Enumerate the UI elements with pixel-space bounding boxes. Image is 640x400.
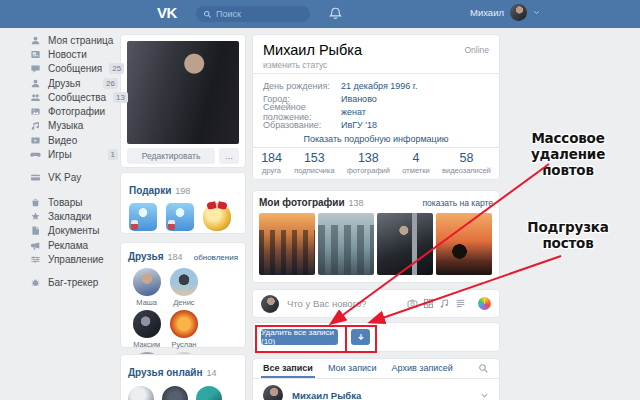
tab-my-posts[interactable]: Мои записи (328, 359, 377, 378)
games-icon (30, 149, 41, 160)
annotation-mass-delete: Массовое удаление повтов (498, 130, 638, 178)
music-icon[interactable] (439, 298, 450, 309)
avatar (133, 268, 161, 296)
gift-bell-icon[interactable] (203, 203, 231, 231)
sidebar-item-documents[interactable]: Документы (30, 224, 118, 238)
photo-thumbnail[interactable] (377, 213, 433, 275)
profile-photo[interactable] (127, 41, 239, 144)
detail-value[interactable]: ИвГУ '18 (341, 120, 377, 130)
sidebar-label: Товары (48, 197, 118, 208)
edit-profile-button[interactable]: Редактировать (127, 148, 215, 164)
tab-all-posts[interactable]: Все записи (263, 359, 313, 378)
sidebar-item-messages[interactable]: Сообщения25 (30, 62, 118, 76)
sidebar-item-market[interactable]: Товары (30, 195, 118, 209)
post-menu-chevron-icon[interactable] (480, 391, 489, 400)
photo-thumbnail[interactable] (318, 213, 374, 275)
profile-icon (30, 35, 41, 46)
friends-online-title[interactable]: Друзья онлайн (128, 367, 203, 378)
counter-followers[interactable]: 153подписчика (294, 151, 334, 175)
change-status-link[interactable]: изменить статус (263, 60, 327, 70)
sidebar-item-photos[interactable]: Фотографии (30, 104, 118, 118)
gifts-title[interactable]: Подарки (129, 185, 171, 196)
avatar[interactable] (196, 386, 222, 400)
friends-online-count: 14 (207, 368, 217, 378)
sidebar-label: Фотографии (48, 106, 118, 117)
friend-item[interactable]: Денис (165, 268, 202, 307)
friends-title[interactable]: Друзья (128, 251, 163, 262)
detail-value[interactable]: женат (341, 107, 366, 117)
sidebar-item-friends[interactable]: Друзья26 (30, 76, 118, 90)
detail-value[interactable]: Иваново (341, 94, 377, 104)
avatar[interactable] (162, 386, 188, 400)
delete-all-posts-button[interactable]: Удалить все записи (10) (261, 329, 338, 345)
sticker-icon[interactable] (478, 297, 491, 310)
topbar-user-menu[interactable]: Михаил (470, 4, 540, 21)
wall-search-icon[interactable] (478, 363, 489, 374)
counter-tags[interactable]: 4отметки (402, 151, 429, 175)
sidebar-item-video[interactable]: Видео (30, 133, 118, 147)
sidebar-item-groups[interactable]: Сообщества13 (30, 90, 118, 104)
vk-logo[interactable]: VK (157, 4, 177, 21)
profile-counters: 184друга 153подписчика 138фотографий 4от… (253, 151, 499, 175)
friends-updates-link[interactable]: обновления (194, 253, 238, 262)
composer-input[interactable]: Что у Вас нового? (287, 298, 407, 309)
news-icon (30, 49, 41, 60)
photo-thumbnail[interactable] (436, 213, 492, 275)
post-author[interactable]: Михаил Рыбка (292, 390, 361, 400)
load-posts-button[interactable] (351, 329, 370, 345)
article-icon[interactable] (455, 298, 466, 309)
avatar[interactable] (128, 386, 154, 400)
sidebar-label: Закладки (48, 211, 118, 222)
wall-post: Михаил Рыбка (253, 379, 499, 400)
sidebar-item-ads[interactable]: Реклама (30, 238, 118, 252)
show-on-map-link[interactable]: показать на карте (423, 198, 493, 208)
my-photos-card: Мои фотографии 138 показать на карте (252, 190, 500, 283)
detail-label: Семейное положение: (263, 102, 341, 122)
vkpay-icon (30, 172, 41, 183)
friend-item[interactable]: Максим (128, 310, 165, 349)
divider (253, 73, 499, 74)
photo-thumbnail[interactable] (259, 213, 315, 275)
counter-friends[interactable]: 184друга (261, 151, 282, 175)
tab-archived-posts[interactable]: Архив записей (392, 359, 453, 378)
camera-icon[interactable] (407, 298, 418, 309)
search-input[interactable]: Поиск (196, 6, 310, 22)
friends-count: 184 (167, 252, 182, 262)
sidebar-label: VK Pay (48, 172, 118, 183)
show-more-info-link[interactable]: Показать подробную информацию (253, 134, 499, 144)
sidebar-item-music[interactable]: Музыка (30, 119, 118, 133)
sidebar-badge: 1 (108, 149, 118, 160)
sidebar-item-bugtracker[interactable]: Баг-трекер (30, 275, 118, 289)
sidebar-item-games[interactable]: Игры1 (30, 147, 118, 161)
sidebar-item-vkpay[interactable]: VK Pay (30, 171, 118, 185)
friend-item[interactable]: Маша (128, 268, 165, 307)
avatar (133, 310, 161, 338)
sidebar-label: Баг-трекер (48, 277, 118, 288)
annotation-load-posts: Подгрузка постов (504, 219, 632, 251)
arrow-down-icon (356, 332, 366, 342)
detail-label: День рождения: (263, 81, 341, 91)
avatar[interactable] (263, 385, 283, 400)
sidebar-item-my-page[interactable]: Моя страница (30, 33, 118, 47)
sidebar-item-manage[interactable]: Управление (30, 252, 118, 266)
photos-icon (30, 106, 41, 117)
vk-profile-page: VK Поиск Михаил Моя страница Новости Соо… (0, 0, 640, 400)
counter-videos[interactable]: 58видеозаписей (442, 151, 491, 175)
bell-icon[interactable] (328, 6, 343, 21)
friends-online-card: Друзья онлайн14 (120, 354, 246, 400)
friends-icon (30, 78, 41, 89)
sidebar-item-bookmarks[interactable]: Закладки (30, 209, 118, 223)
friend-item[interactable]: Руслан (165, 310, 202, 349)
more-options-button[interactable]: … (219, 148, 239, 164)
photos-title[interactable]: Мои фотографии (259, 197, 345, 208)
gifts-card: Подарки198 (120, 172, 246, 234)
counter-photos[interactable]: 138фотографий (347, 151, 390, 175)
music-icon (30, 120, 41, 131)
detail-value[interactable]: 21 декабря 1996 г. (341, 81, 418, 91)
sidebar-label: Видео (48, 135, 118, 146)
gift-blue-icon[interactable] (166, 203, 194, 231)
page-title: Михаил Рыбка (263, 42, 362, 58)
gift-blue-icon[interactable] (129, 203, 157, 231)
photo-grid-icon[interactable] (423, 298, 434, 309)
sidebar-item-news[interactable]: Новости (30, 47, 118, 61)
